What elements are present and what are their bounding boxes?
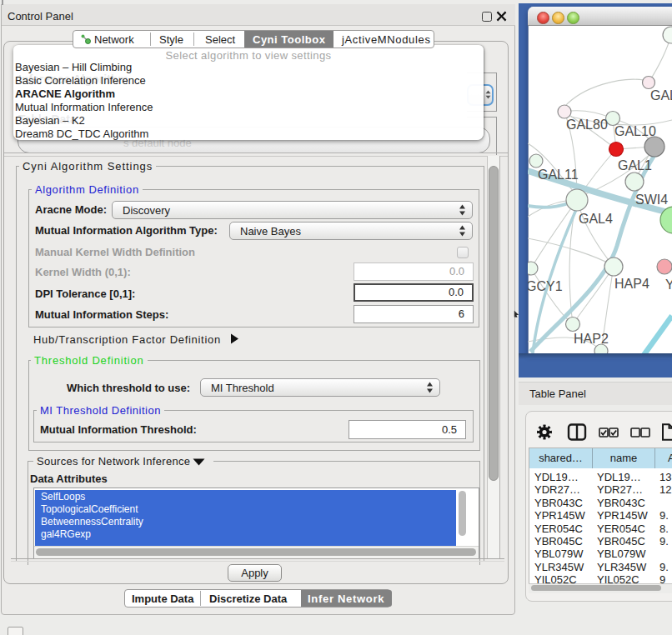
svg-text:GAL10: GAL10 <box>614 124 656 138</box>
svg-text:SWI4: SWI4 <box>635 192 668 207</box>
svg-text:GAL1: GAL1 <box>618 158 652 172</box>
svg-text:YM: YM <box>665 278 672 292</box>
svg-text:HAP2: HAP2 <box>574 332 609 346</box>
svg-text:GCY1: GCY1 <box>528 279 563 293</box>
svg-text:GAL4: GAL4 <box>579 212 613 226</box>
svg-text:GAL2: GAL2 <box>650 88 672 102</box>
svg-text:HAP4: HAP4 <box>614 277 649 291</box>
svg-text:GAL11: GAL11 <box>538 168 579 182</box>
svg-text:GAL80: GAL80 <box>566 118 608 132</box>
